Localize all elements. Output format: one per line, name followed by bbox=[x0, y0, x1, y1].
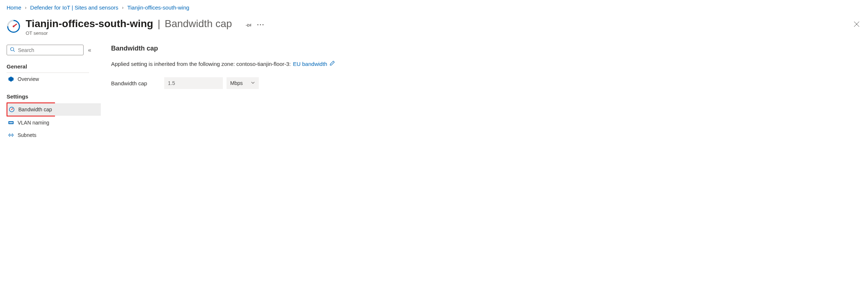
pin-icon[interactable] bbox=[245, 22, 252, 28]
sidebar-item-label: Overview bbox=[18, 76, 39, 82]
sidebar-item-bandwidth[interactable]: Bandwidth cap bbox=[7, 103, 101, 116]
subnets-icon bbox=[8, 132, 14, 138]
chevron-down-icon bbox=[251, 80, 255, 86]
svg-point-3 bbox=[13, 26, 15, 27]
page-subtitle: OT sensor bbox=[26, 30, 265, 36]
search-box[interactable] bbox=[7, 45, 84, 55]
sidebar-item-label: VLAN naming bbox=[18, 120, 49, 126]
edit-icon[interactable] bbox=[330, 60, 335, 67]
chevron-right-icon: › bbox=[122, 5, 124, 10]
nav-section-general: General bbox=[7, 63, 89, 73]
sidebar: « General Overview Settings bbox=[7, 45, 100, 141]
sidebar-item-overview[interactable]: Overview bbox=[7, 73, 100, 85]
title-sensor-name: Tianjin-offices-south-wing bbox=[26, 18, 153, 30]
bandwidth-label: Bandwidth cap bbox=[111, 80, 161, 86]
svg-rect-12 bbox=[9, 122, 13, 123]
svg-point-10 bbox=[11, 109, 12, 110]
bandwidth-form-row: Bandwidth cap Mbps bbox=[111, 77, 861, 89]
chevron-right-icon: › bbox=[25, 5, 26, 10]
sensor-gauge-icon bbox=[7, 19, 21, 33]
breadcrumb: Home › Defender for IoT | Sites and sens… bbox=[7, 4, 861, 11]
content-heading: Bandwidth cap bbox=[111, 45, 861, 52]
inherited-zone-link[interactable]: EU bandwidth bbox=[293, 61, 327, 67]
breadcrumb-defender[interactable]: Defender for IoT | Sites and sensors bbox=[30, 4, 118, 11]
bandwidth-value-input[interactable] bbox=[164, 77, 223, 89]
nav-section-settings: Settings bbox=[7, 93, 100, 103]
sidebar-item-label: Bandwidth cap bbox=[18, 107, 52, 112]
title-separator: | bbox=[158, 18, 160, 30]
sidebar-item-vlan[interactable]: VLAN naming bbox=[7, 116, 100, 129]
svg-point-6 bbox=[11, 48, 14, 51]
vlan-icon bbox=[8, 120, 14, 126]
overview-icon bbox=[8, 76, 14, 82]
bandwidth-unit-value: Mbps bbox=[230, 80, 243, 86]
highlight-selected: Bandwidth cap bbox=[7, 103, 55, 116]
page-title: Tianjin-offices-south-wing | Bandwidth c… bbox=[26, 18, 265, 30]
close-icon[interactable] bbox=[852, 19, 861, 31]
collapse-sidebar-icon[interactable]: « bbox=[88, 47, 91, 53]
bandwidth-unit-dropdown[interactable]: Mbps bbox=[227, 77, 259, 89]
svg-point-13 bbox=[11, 135, 11, 135]
inherited-info: Applied setting is inherited from the fo… bbox=[111, 60, 861, 67]
sidebar-item-subnets[interactable]: Subnets bbox=[7, 129, 100, 141]
breadcrumb-sensor[interactable]: Tianjin-offices-south-wing bbox=[127, 4, 189, 11]
page-header: Tianjin-offices-south-wing | Bandwidth c… bbox=[7, 18, 861, 36]
inherited-info-text: Applied setting is inherited from the fo… bbox=[111, 61, 291, 67]
main-content: Bandwidth cap Applied setting is inherit… bbox=[111, 45, 861, 141]
search-icon bbox=[10, 47, 15, 53]
svg-line-7 bbox=[14, 51, 15, 52]
title-section: Bandwidth cap bbox=[165, 18, 232, 30]
search-input[interactable] bbox=[18, 47, 80, 53]
sidebar-item-label: Subnets bbox=[18, 132, 36, 138]
more-icon[interactable]: ··· bbox=[257, 21, 265, 29]
gauge-icon bbox=[9, 107, 15, 112]
breadcrumb-home[interactable]: Home bbox=[7, 4, 21, 11]
